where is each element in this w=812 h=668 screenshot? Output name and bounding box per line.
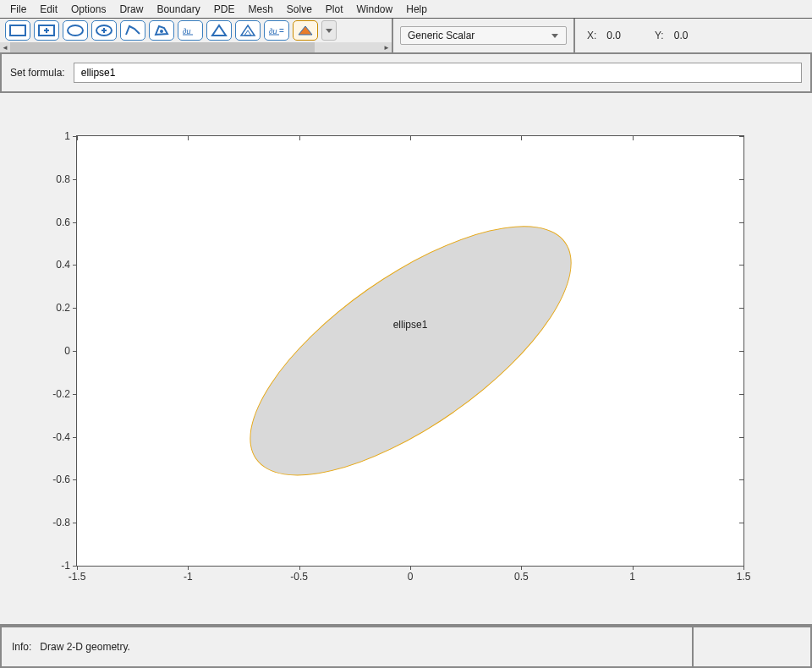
menu-pde[interactable]: PDE [207,2,242,17]
xtick-label: -0.5 [290,571,308,583]
ellipse-edge-icon[interactable] [63,20,88,41]
ytick-label: 0.2 [56,302,70,314]
menu-window[interactable]: Window [350,2,400,17]
coordinate-readout: X: 0.0 Y: 0.0 [575,19,812,52]
ytick-label: 1 [64,130,70,142]
status-side [694,626,812,668]
pde-spec-icon[interactable]: ∂u [178,20,203,41]
rect-edge-icon[interactable] [5,20,30,41]
axes[interactable]: -1.5-1-0.500.511.5-1-0.8-0.6-0.4-0.200.2… [76,135,744,567]
status-bar: Info: Draw 2-D geometry. [0,624,812,668]
xtick-label: -1 [184,571,193,583]
toolbar-overflow-button[interactable] [321,20,337,41]
xtick-label: 0 [408,571,414,583]
toolbar-icon-row: ∂u ∂u= [0,19,392,42]
menu-help[interactable]: Help [399,2,434,17]
svg-point-4 [68,25,83,36]
xtick-label: 1 [629,571,635,583]
ytick-label: -0.6 [52,474,70,485]
ytick-label: -0.4 [52,431,70,443]
xtick-label: 1.5 [737,571,751,583]
menu-boundary[interactable]: Boundary [150,2,206,17]
toolbar: ∂u ∂u= ◄ ► Generic Scalar [0,19,812,54]
polygon-close-icon[interactable] [149,20,174,41]
xtick-label: -1.5 [69,571,86,583]
ytick-label: 0.8 [56,173,70,185]
status-label: Info: [12,641,31,653]
svg-marker-18 [299,26,312,35]
menu-draw[interactable]: Draw [112,2,150,17]
svg-marker-19 [326,29,332,33]
ellipse-center-icon[interactable] [91,20,117,41]
coord-y-label: Y: [655,30,664,41]
polygon-icon[interactable] [120,20,145,41]
status-main: Info: Draw 2-D geometry. [0,626,694,668]
mesh-refine-icon[interactable] [235,20,261,41]
menu-edit[interactable]: Edit [33,2,64,17]
mesh-init-icon[interactable] [206,20,232,41]
rect-center-icon[interactable] [34,20,59,41]
svg-marker-12 [212,25,226,36]
geometry-canvas[interactable]: -1.5-1-0.500.511.5-1-0.8-0.6-0.4-0.200.2… [0,93,812,624]
menubar: File Edit Options Draw Boundary PDE Mesh… [0,0,812,19]
shape-ellipse1[interactable] [212,181,608,521]
menu-file[interactable]: File [3,2,33,17]
formula-label: Set formula: [10,67,65,79]
menu-mesh[interactable]: Mesh [241,2,279,17]
application-mode-select[interactable]: Generic Scalar [400,26,567,45]
ytick-label: 0 [64,345,70,357]
scroll-left-icon[interactable]: ◄ [0,42,10,52]
status-text: Draw 2-D geometry. [40,641,129,653]
xtick-label: 0.5 [514,571,529,583]
toolbar-horizontal-scrollbar[interactable]: ◄ ► [0,42,392,52]
menu-plot[interactable]: Plot [319,2,350,17]
ytick-label: 0.4 [56,259,70,271]
coord-x-value: 0.0 [606,30,621,41]
application-mode-value: Generic Scalar [408,30,475,41]
shape-label: ellipse1 [393,319,428,331]
chevron-down-icon [551,31,559,40]
ytick-label: 0.6 [56,216,70,228]
scroll-track[interactable] [10,42,381,52]
formula-panel: Set formula: [0,54,812,93]
svg-rect-0 [10,25,25,36]
svg-point-9 [160,30,163,33]
scroll-right-icon[interactable]: ► [381,42,392,52]
coord-y-value: 0.0 [674,30,689,41]
plot-3d-icon[interactable] [293,20,318,41]
menu-solve[interactable]: Solve [280,2,319,17]
scroll-thumb[interactable] [10,42,315,52]
application-mode-panel: Generic Scalar [393,19,575,52]
formula-input[interactable] [74,63,802,83]
svg-marker-14 [244,30,251,36]
solve-icon[interactable]: ∂u= [264,20,289,41]
svg-marker-20 [551,34,558,38]
ytick-label: -0.8 [52,517,70,528]
coord-x-label: X: [587,30,596,41]
ytick-label: -0.2 [52,388,70,400]
menu-options[interactable]: Options [64,2,112,17]
svg-text:=: = [279,26,284,36]
toolbar-scroll: ∂u ∂u= ◄ ► [0,19,393,52]
ytick-label: -1 [61,560,70,572]
